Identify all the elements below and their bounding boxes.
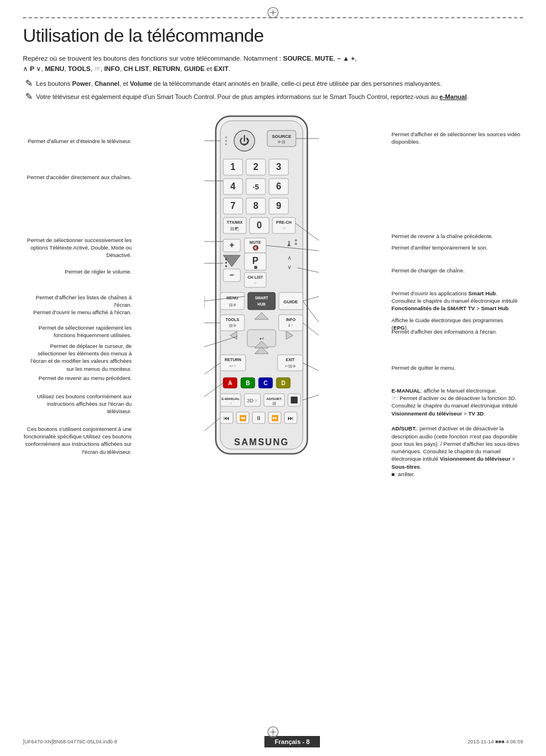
svg-text:TTX/MIX: TTX/MIX [227, 220, 243, 224]
svg-point-5 [225, 140, 227, 141]
footer-right: 2013-11-14 ■■■ 4:06:59 [468, 739, 523, 745]
svg-text:A: A [228, 380, 232, 386]
svg-text:∧: ∧ [287, 255, 291, 261]
svg-text:▤: ▤ [272, 401, 276, 405]
note-text-2: Votre téléviseur est également équipé d'… [36, 92, 469, 102]
rann-channel: Permet de changer de chaîne. [391, 267, 520, 274]
svg-text:ℹ☞: ℹ☞ [288, 323, 294, 327]
svg-text:E-MANUAL: E-MANUAL [221, 397, 240, 401]
svg-text:☞: ☞ [254, 281, 257, 285]
svg-text:8: 8 [254, 201, 259, 211]
svg-text:3D☞: 3D☞ [247, 398, 258, 403]
svg-text:↩☞: ↩☞ [230, 364, 236, 368]
svg-text:☞: ☞ [230, 402, 232, 405]
svg-text:TOOLS: TOOLS [225, 318, 239, 322]
compass-decoration-bottom [266, 725, 280, 740]
svg-text:⏻: ⏻ [239, 135, 250, 147]
svg-text:6: 6 [276, 181, 282, 191]
svg-text:↩▤⊗: ↩▤⊗ [285, 364, 296, 368]
svg-text:🔇: 🔇 [252, 244, 259, 251]
svg-text:GUIDE: GUIDE [283, 299, 298, 304]
svg-text:7: 7 [231, 201, 236, 211]
svg-text:☞: ☞ [282, 226, 286, 231]
svg-text:SMART: SMART [255, 296, 268, 300]
diagram-area: Permet d'allumer et d'éteindre le télévi… [23, 113, 523, 485]
svg-text:PRE-CH: PRE-CH [276, 220, 292, 224]
svg-text:·5: ·5 [253, 183, 259, 191]
svg-point-4 [225, 136, 227, 138]
svg-rect-103 [291, 397, 298, 403]
remote-svg: ⏻ SOURCE ⊕ ▤ 1 2 3 4 [204, 113, 319, 485]
ann-media: Ces boutons s'utilisent conjointement à … [23, 425, 132, 456]
intro-text: Repérez où se trouvent les boutons des f… [23, 53, 523, 74]
svg-point-6 [225, 143, 227, 145]
ann-channels: Permet d'accéder directement aux chaînes… [23, 173, 132, 181]
svg-text:B: B [246, 380, 250, 386]
svg-text:+: + [230, 240, 234, 250]
note-1: ✎ Les boutons Power, Channel, et Volume … [23, 79, 523, 89]
svg-point-48 [225, 265, 227, 267]
svg-point-46 [225, 258, 227, 260]
svg-text:▲: ▲ [286, 241, 292, 247]
ann-ttx: Permet de sélectionner successivement le… [23, 236, 132, 259]
ann-chlist: Permet d'afficher les listes de chaînes … [23, 294, 132, 316]
svg-text:0: 0 [257, 220, 262, 230]
svg-text:∨: ∨ [287, 264, 291, 270]
svg-point-43 [295, 239, 297, 242]
svg-text:⏸: ⏸ [256, 415, 262, 421]
svg-text:SOURCE: SOURCE [272, 134, 292, 139]
rann-source: Permet d'afficher et de sélectionner les… [391, 130, 520, 146]
note-2: ✎ Votre téléviseur est également équipé … [23, 92, 523, 102]
svg-text:▤⊕: ▤⊕ [229, 323, 236, 327]
svg-text:4: 4 [231, 181, 236, 191]
svg-point-44 [295, 243, 297, 245]
svg-point-47 [225, 262, 227, 263]
ann-tools: Permet de sélectionner rapidement les fo… [23, 324, 132, 339]
ann-colored: Utilisez ces boutons conformément aux in… [23, 393, 132, 415]
page-title: Utilisation de la télécommande [23, 25, 523, 46]
rann-emanual: E-MANUAL: affiche le Manuel électronique… [391, 387, 520, 478]
note-text-1: Les boutons Power, Channel, et Volume de… [36, 79, 442, 89]
svg-text:D: D [281, 380, 285, 386]
svg-text:▤◩: ▤◩ [230, 226, 239, 231]
svg-text:1: 1 [231, 162, 236, 172]
page-container: Utilisation de la télécommande Repérez o… [0, 0, 546, 756]
footer-left: [UF6470-XN]BN68-04779C-05L04.indb 8 [23, 739, 117, 745]
svg-text:C: C [263, 380, 267, 386]
svg-text:⏪: ⏪ [239, 414, 247, 422]
note-icon-2: ✎ [25, 91, 33, 102]
svg-text:SAMSUNG: SAMSUNG [234, 437, 289, 447]
svg-rect-59 [220, 292, 244, 310]
compass-decoration [266, 6, 280, 21]
svg-text:3: 3 [276, 162, 282, 172]
svg-text:HUB: HUB [258, 302, 266, 306]
svg-text:⏮: ⏮ [224, 415, 230, 421]
rann-info: Permet d'afficher des informations à l'é… [391, 328, 520, 335]
rann-mute: Permet d'arrêter temporairement le son. [391, 244, 520, 251]
ann-return: Permet de revenir au menu précédent. [23, 374, 132, 382]
right-annotations: Permet d'afficher et de sélectionner les… [386, 113, 523, 485]
svg-text:⏩: ⏩ [271, 414, 279, 422]
svg-text:2: 2 [254, 162, 259, 172]
ann-power: Permet d'allumer et d'éteindre le télévi… [23, 137, 132, 145]
rann-exit: Permet de quitter le menu. [391, 364, 520, 371]
svg-text:EXIT: EXIT [286, 358, 295, 362]
remote-control-area: ⏻ SOURCE ⊕ ▤ 1 2 3 4 [137, 113, 386, 485]
note-icon-1: ✎ [25, 78, 33, 89]
svg-rect-56 [244, 272, 266, 287]
svg-text:–: – [230, 270, 234, 279]
ann-volume: Permet de régler le volume. [23, 268, 132, 275]
svg-text:INFO: INFO [286, 318, 296, 322]
rann-smarthub: Permet d'ouvrir les applications Smart H… [391, 290, 520, 312]
svg-text:RETURN: RETURN [224, 358, 241, 362]
svg-text:⏭: ⏭ [288, 415, 294, 421]
svg-text:CH LIST: CH LIST [247, 275, 263, 279]
svg-text:▤⊕: ▤⊕ [229, 303, 236, 307]
svg-text:MUTE: MUTE [250, 240, 261, 244]
svg-text:⊕ ▤: ⊕ ▤ [278, 140, 286, 144]
svg-text:9: 9 [276, 201, 282, 211]
ann-nav: Permet de déplacer le curseur, de sélect… [23, 342, 132, 373]
rann-prech: Permet de revenir à la chaîne précédente… [391, 232, 520, 240]
svg-text:AD/SUBT.: AD/SUBT. [266, 397, 282, 401]
svg-rect-62 [248, 292, 275, 310]
